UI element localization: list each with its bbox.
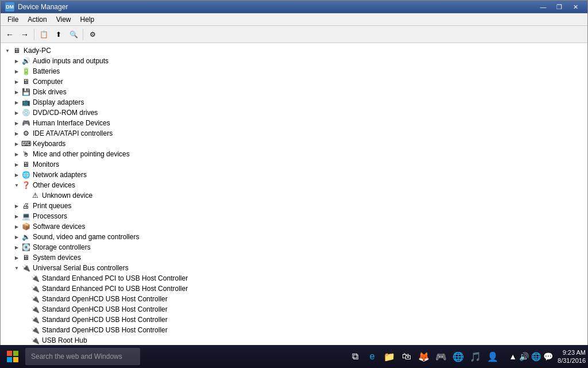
- usb5-icon: 🔌: [30, 315, 40, 324]
- network-tray-icon[interactable]: 🌐: [531, 352, 541, 361]
- tree-item-dvd[interactable]: 💿 DVD/CD-ROM drives: [1, 108, 587, 118]
- chrome-icon[interactable]: 🌐: [451, 350, 465, 363]
- usb6-icon: 🔌: [30, 325, 40, 335]
- ide-icon: ⚙: [21, 129, 30, 138]
- scan-changes-button[interactable]: 🔍: [67, 28, 80, 41]
- tree-item-software[interactable]: 📦 Software devices: [1, 221, 587, 232]
- menu-help[interactable]: Help: [76, 14, 99, 25]
- mice-expand[interactable]: [12, 150, 21, 159]
- tree-item-computer[interactable]: 🖥 Computer: [1, 76, 587, 87]
- search-input[interactable]: [25, 348, 140, 365]
- usb-child-6[interactable]: 🔌 Standard OpenHCD USB Host Controller: [1, 325, 587, 335]
- tree-item-keyboards[interactable]: ⌨ Keyboards: [1, 139, 587, 149]
- software-icon: 📦: [21, 222, 30, 231]
- audio-expand[interactable]: [12, 56, 21, 66]
- usb7-icon: 🔌: [30, 336, 40, 345]
- usb-child-7[interactable]: 🔌 USB Root Hub: [1, 335, 587, 346]
- tray-expand-icon[interactable]: ▲: [509, 352, 517, 361]
- processors-expand[interactable]: [12, 212, 21, 221]
- window-controls: — ❐ ✕: [536, 2, 583, 12]
- usb-child-3[interactable]: 🔌 Standard OpenHCD USB Host Controller: [1, 294, 587, 304]
- root-label: Kady-PC: [24, 47, 51, 55]
- mice-icon: 🖱: [21, 150, 30, 159]
- show-properties-button[interactable]: 📋: [37, 28, 51, 41]
- network-expand[interactable]: [12, 170, 21, 179]
- tree-item-audio[interactable]: 🔊 Audio inputs and outputs: [1, 56, 587, 66]
- menu-view[interactable]: View: [52, 14, 76, 25]
- usb-label: Universal Serial Bus controllers: [33, 264, 129, 272]
- firefox-icon[interactable]: 🦊: [417, 350, 431, 363]
- toolbar-separator-2: [83, 29, 83, 40]
- storage-label: Storage controllers: [33, 243, 91, 251]
- other-expand[interactable]: [12, 181, 21, 190]
- usb-child-1[interactable]: 🔌 Standard Enhanced PCI to USB Host Cont…: [1, 273, 587, 283]
- edge-icon[interactable]: e: [365, 350, 379, 363]
- user-icon[interactable]: 👤: [486, 350, 500, 363]
- software-expand[interactable]: [12, 222, 21, 231]
- print-expand[interactable]: [12, 201, 21, 210]
- tree-item-ide[interactable]: ⚙ IDE ATA/ATAPI controllers: [1, 128, 587, 139]
- windows-logo-icon: [7, 351, 18, 362]
- tree-item-system[interactable]: 🖥 System devices: [1, 252, 587, 263]
- system-expand[interactable]: [12, 253, 21, 262]
- device-props-button[interactable]: ⚙: [86, 28, 99, 41]
- tree-item-mice[interactable]: 🖱 Mice and other pointing devices: [1, 149, 587, 159]
- tree-item-usb[interactable]: 🔌 Universal Serial Bus controllers: [1, 263, 587, 273]
- storage-expand[interactable]: [12, 243, 21, 252]
- tree-item-other[interactable]: ❓ Other devices: [1, 180, 587, 190]
- tree-item-storage[interactable]: 💽 Storage controllers: [1, 242, 587, 252]
- tree-item-monitors[interactable]: 🖥 Monitors: [1, 159, 587, 170]
- device-tree-area[interactable]: 🖥 Kady-PC 🔊 Audio inputs and outputs 🔋 B…: [1, 43, 587, 346]
- usb6-label: Standard OpenHCD USB Host Controller: [42, 326, 168, 334]
- tree-item-display[interactable]: 📺 Display adapters: [1, 97, 587, 108]
- store-icon[interactable]: 🛍: [400, 350, 413, 363]
- usb-expand[interactable]: [12, 263, 21, 273]
- usb3-icon: 🔌: [30, 294, 40, 304]
- forward-button[interactable]: →: [18, 28, 32, 41]
- tree-root-node[interactable]: 🖥 Kady-PC: [1, 45, 587, 56]
- tree-item-processors[interactable]: 💻 Processors: [1, 211, 587, 221]
- back-button[interactable]: ←: [3, 28, 17, 41]
- hid-expand[interactable]: [12, 118, 21, 128]
- tree-item-batteries[interactable]: 🔋 Batteries: [1, 66, 587, 76]
- tree-item-sound[interactable]: 🔉 Sound, video and game controllers: [1, 232, 587, 242]
- usb-child-2[interactable]: 🔌 Standard Enhanced PCI to USB Host Cont…: [1, 283, 587, 294]
- volume-icon[interactable]: 🔊: [519, 352, 529, 361]
- close-button[interactable]: ✕: [568, 2, 583, 12]
- monitors-expand[interactable]: [12, 160, 21, 169]
- computer-expand[interactable]: [12, 77, 21, 86]
- tree-item-unknown[interactable]: ⚠ Unknown device: [1, 190, 587, 201]
- usb-child-4[interactable]: 🔌 Standard OpenHCD USB Host Controller: [1, 304, 587, 315]
- update-driver-button[interactable]: ⬆: [52, 28, 65, 41]
- steam-icon[interactable]: 🎮: [434, 350, 448, 363]
- print-label: Print queues: [33, 202, 71, 210]
- ide-expand[interactable]: [12, 129, 21, 138]
- menu-action[interactable]: Action: [23, 14, 51, 25]
- tree-item-print[interactable]: 🖨 Print queues: [1, 201, 587, 211]
- disk-expand[interactable]: [12, 87, 21, 97]
- tree-item-network[interactable]: 🌐 Network adapters: [1, 170, 587, 180]
- usb7-label: USB Root Hub: [42, 336, 87, 344]
- start-button[interactable]: [2, 346, 23, 367]
- batteries-label: Batteries: [33, 67, 60, 75]
- root-expand-arrow[interactable]: [3, 46, 12, 55]
- action-center-icon[interactable]: 💬: [543, 352, 553, 361]
- keyboards-expand[interactable]: [12, 139, 21, 148]
- system-clock[interactable]: 9:23 AM 8/31/2016: [558, 348, 586, 365]
- task-view-icon[interactable]: ⧉: [348, 350, 362, 363]
- sound-expand[interactable]: [12, 232, 21, 241]
- restore-button[interactable]: ❐: [552, 2, 567, 12]
- display-label: Display adapters: [33, 98, 84, 106]
- tree-item-hid[interactable]: 🎮 Human Interface Devices: [1, 118, 587, 128]
- batteries-expand[interactable]: [12, 67, 21, 76]
- minimize-button[interactable]: —: [536, 2, 551, 12]
- computer-node-icon: 🖥: [21, 77, 30, 86]
- display-expand[interactable]: [12, 98, 21, 107]
- explorer-icon[interactable]: 📁: [382, 350, 396, 363]
- storage-icon: 💽: [21, 243, 30, 252]
- media-icon[interactable]: 🎵: [469, 350, 482, 363]
- dvd-expand[interactable]: [12, 108, 21, 117]
- usb-child-5[interactable]: 🔌 Standard OpenHCD USB Host Controller: [1, 315, 587, 325]
- tree-item-disk[interactable]: 💾 Disk drives: [1, 87, 587, 97]
- menu-file[interactable]: File: [3, 14, 23, 25]
